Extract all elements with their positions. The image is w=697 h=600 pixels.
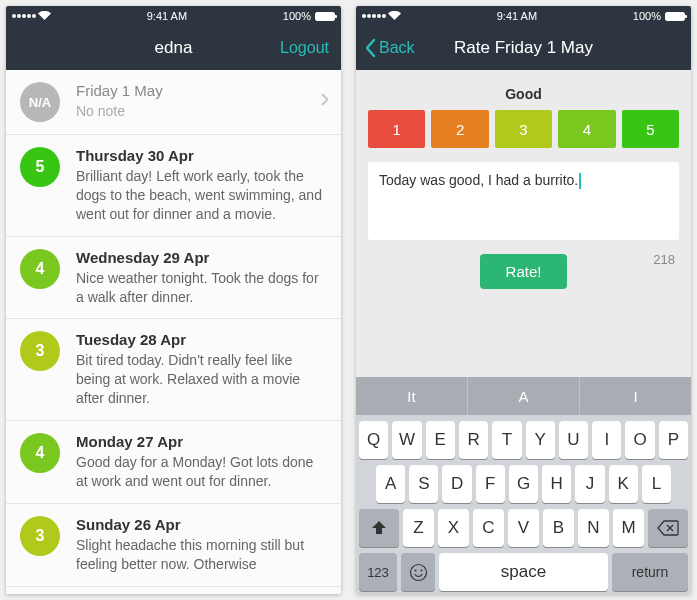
nav-title: edna	[155, 38, 193, 58]
svg-point-1	[414, 569, 416, 571]
note-text: Today was good, I had a burrito.	[379, 172, 578, 188]
key-k[interactable]: K	[609, 465, 638, 503]
list-item[interactable]: 5Thursday 30 AprBrilliant day! Left work…	[6, 135, 341, 237]
suggestion[interactable]: It	[356, 377, 468, 415]
char-count: 218	[653, 252, 675, 267]
rating-badge: 5	[20, 147, 60, 187]
key-i[interactable]: I	[592, 421, 621, 459]
back-label: Back	[379, 39, 415, 57]
key-d[interactable]: D	[442, 465, 471, 503]
chevron-left-icon	[364, 38, 376, 58]
entry-date: Sunday 26 Apr	[76, 516, 327, 533]
key-y[interactable]: Y	[526, 421, 555, 459]
rating-buttons: 12345	[368, 110, 679, 148]
key-u[interactable]: U	[559, 421, 588, 459]
wifi-icon	[388, 10, 401, 22]
status-bar: 9:41 AM 100%	[356, 6, 691, 26]
entry-list[interactable]: N/AFriday 1 MayNo note5Thursday 30 AprBr…	[6, 70, 341, 594]
chevron-right-icon	[321, 92, 329, 110]
status-bar: 9:41 AM 100%	[6, 6, 341, 26]
svg-point-2	[420, 569, 422, 571]
key-e[interactable]: E	[426, 421, 455, 459]
phone-left: 9:41 AM 100% edna Logout N/AFriday 1 May…	[6, 6, 341, 594]
key-l[interactable]: L	[642, 465, 671, 503]
nav-bar: Back Rate Friday 1 May	[356, 26, 691, 70]
suggestion[interactable]: I	[580, 377, 691, 415]
key-j[interactable]: J	[575, 465, 604, 503]
shift-key[interactable]	[359, 509, 399, 547]
backspace-key[interactable]	[648, 509, 688, 547]
status-time: 9:41 AM	[147, 10, 187, 22]
key-o[interactable]: O	[625, 421, 654, 459]
wifi-icon	[38, 10, 51, 22]
key-f[interactable]: F	[476, 465, 505, 503]
key-h[interactable]: H	[542, 465, 571, 503]
key-a[interactable]: A	[376, 465, 405, 503]
key-q[interactable]: Q	[359, 421, 388, 459]
suggestion[interactable]: A	[468, 377, 580, 415]
key-g[interactable]: G	[509, 465, 538, 503]
entry-note: Nice weather tonight. Took the dogs for …	[76, 269, 327, 307]
key-z[interactable]: Z	[403, 509, 434, 547]
battery-percent: 100%	[283, 10, 311, 22]
entry-date: Friday 1 May	[76, 82, 327, 99]
key-s[interactable]: S	[409, 465, 438, 503]
entry-note: Slight headache this morning still but f…	[76, 536, 327, 574]
entry-note: Bit tired today. Didn't really feel like…	[76, 351, 327, 408]
svg-point-0	[410, 564, 426, 580]
entry-date: Monday 27 Apr	[76, 433, 327, 450]
nav-title: Rate Friday 1 May	[454, 38, 593, 58]
key-w[interactable]: W	[392, 421, 421, 459]
back-button[interactable]: Back	[364, 38, 415, 58]
rating-badge: 3	[20, 516, 60, 556]
emoji-key[interactable]	[401, 553, 435, 591]
rate-button[interactable]: Rate!	[480, 254, 568, 289]
list-item[interactable]: 3Sunday 26 AprSlight headache this morni…	[6, 504, 341, 587]
entry-note: No note	[76, 102, 327, 121]
list-item[interactable]: N/AFriday 1 MayNo note	[6, 70, 341, 135]
list-item[interactable]: 4Monday 27 AprGood day for a Monday! Got…	[6, 421, 341, 504]
entry-date: Tuesday 28 Apr	[76, 331, 327, 348]
entry-note: Good day for a Monday! Got lots done at …	[76, 453, 327, 491]
suggestion-bar: ItAI	[356, 377, 691, 415]
battery-percent: 100%	[633, 10, 661, 22]
key-m[interactable]: M	[613, 509, 644, 547]
rating-1-button[interactable]: 1	[368, 110, 425, 148]
numeric-key[interactable]: 123	[359, 553, 397, 591]
rating-4-button[interactable]: 4	[558, 110, 615, 148]
key-p[interactable]: P	[659, 421, 688, 459]
rating-label: Good	[368, 86, 679, 102]
space-key[interactable]: space	[439, 553, 608, 591]
status-time: 9:41 AM	[497, 10, 537, 22]
entry-date: Wednesday 29 Apr	[76, 249, 327, 266]
key-r[interactable]: R	[459, 421, 488, 459]
rating-badge: 4	[20, 433, 60, 473]
keyboard: ItAI QWERTYUIOP ASDFGHJKL ZXCVBNM 123spa…	[356, 377, 691, 594]
return-key[interactable]: return	[612, 553, 688, 591]
key-n[interactable]: N	[578, 509, 609, 547]
rating-badge: 4	[20, 249, 60, 289]
text-cursor	[579, 173, 581, 189]
entry-note: Brilliant day! Left work early, took the…	[76, 167, 327, 224]
key-t[interactable]: T	[492, 421, 521, 459]
battery-icon	[665, 12, 685, 21]
note-input[interactable]: Today was good, I had a burrito.	[368, 162, 679, 240]
list-item[interactable]: 4Wednesday 29 AprNice weather tonight. T…	[6, 237, 341, 320]
rating-2-button[interactable]: 2	[431, 110, 488, 148]
rate-content: Good 12345 Today was good, I had a burri…	[356, 70, 691, 377]
nav-bar: edna Logout	[6, 26, 341, 70]
phone-right: 9:41 AM 100% Back Rate Friday 1 May Good…	[356, 6, 691, 594]
key-v[interactable]: V	[508, 509, 539, 547]
rating-badge: N/A	[20, 82, 60, 122]
key-c[interactable]: C	[473, 509, 504, 547]
rating-5-button[interactable]: 5	[622, 110, 679, 148]
list-item[interactable]: 3Tuesday 28 AprBit tired today. Didn't r…	[6, 319, 341, 421]
rating-badge: 3	[20, 331, 60, 371]
key-x[interactable]: X	[438, 509, 469, 547]
entry-date: Thursday 30 Apr	[76, 147, 327, 164]
battery-icon	[315, 12, 335, 21]
rating-3-button[interactable]: 3	[495, 110, 552, 148]
key-b[interactable]: B	[543, 509, 574, 547]
logout-button[interactable]: Logout	[280, 39, 329, 57]
